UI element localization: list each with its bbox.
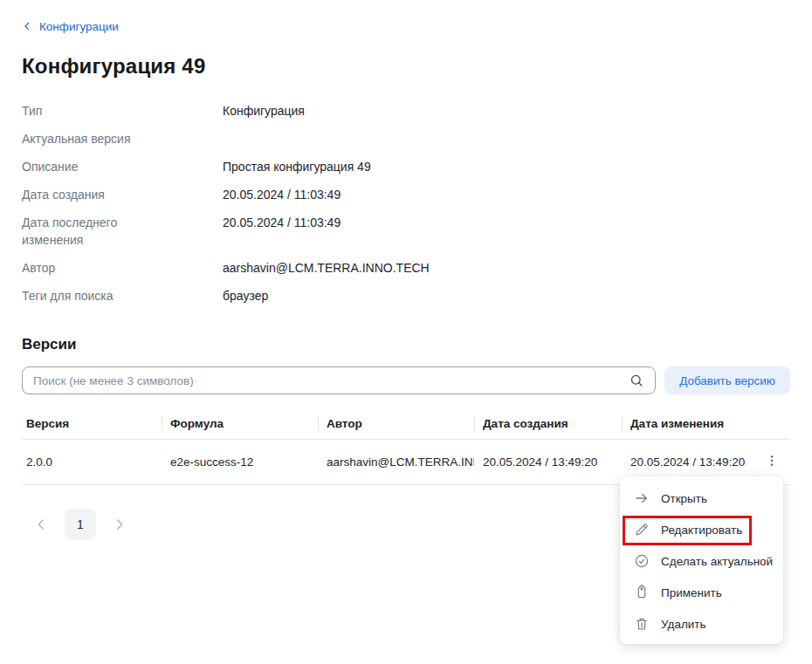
detail-label: Актуальная версия bbox=[22, 130, 166, 147]
kebab-menu-icon[interactable] bbox=[765, 453, 779, 471]
pagination-page-1[interactable]: 1 bbox=[65, 509, 96, 540]
search-icon[interactable] bbox=[629, 373, 644, 392]
detail-label: Теги для поиска bbox=[22, 287, 166, 305]
column-header-author: Автор bbox=[318, 408, 474, 440]
cell-version: 2.0.0 bbox=[22, 440, 162, 485]
tag-icon bbox=[634, 585, 650, 600]
check-circle-icon bbox=[634, 553, 650, 569]
menu-item-label: Открыть bbox=[661, 492, 707, 505]
menu-item-make-actual[interactable]: Сделать актуальной bbox=[620, 545, 783, 577]
configuration-detail-page: Конфигурации Конфигурация 49 Тип Конфигу… bbox=[0, 0, 812, 664]
detail-value: aarshavin@LCM.TERRA.INNO.TECH bbox=[223, 259, 790, 277]
pencil-icon bbox=[634, 522, 650, 537]
detail-value bbox=[223, 130, 790, 147]
menu-item-label: Сделать актуальной bbox=[661, 555, 773, 568]
chevron-left-icon bbox=[22, 21, 32, 31]
menu-item-label: Удалить bbox=[661, 618, 706, 631]
menu-item-apply[interactable]: Применить bbox=[620, 577, 783, 608]
detail-value: 20.05.2024 / 11:03:49 bbox=[223, 214, 790, 249]
table-header-row: Версия Формула Автор Дата создания Дата … bbox=[22, 408, 790, 440]
chevron-right-icon bbox=[111, 516, 128, 533]
details-list: Тип Конфигурация Актуальная версия Описа… bbox=[22, 102, 790, 305]
menu-item-delete[interactable]: Удалить bbox=[620, 608, 783, 640]
versions-heading: Версии bbox=[22, 336, 790, 353]
detail-value: Конфигурация bbox=[223, 102, 790, 120]
versions-table: Версия Формула Автор Дата создания Дата … bbox=[22, 408, 790, 485]
detail-label: Дата создания bbox=[22, 186, 166, 203]
context-menu: Открыть Редактировать Сделать актуальной… bbox=[620, 476, 783, 644]
column-header-created: Дата создания bbox=[474, 408, 622, 440]
back-link-label: Конфигурации bbox=[39, 20, 119, 33]
detail-value: 20.05.2024 / 11:03:49 bbox=[223, 186, 790, 203]
cell-created: 20.05.2024 / 13:49:20 bbox=[474, 440, 622, 485]
detail-value: браузер bbox=[223, 287, 790, 305]
column-header-modified: Дата изменения bbox=[622, 408, 753, 440]
search-box bbox=[22, 366, 656, 394]
menu-item-open[interactable]: Открыть bbox=[620, 483, 783, 514]
cell-author: aarshavin@LCM.TERRA.INNO.TECH bbox=[318, 440, 474, 485]
detail-label: Тип bbox=[22, 102, 166, 120]
detail-value: Простая конфигурация 49 bbox=[223, 158, 790, 175]
search-input[interactable] bbox=[22, 366, 656, 394]
column-header-formula: Формула bbox=[162, 408, 318, 440]
column-header-version: Версия bbox=[22, 408, 162, 440]
trash-icon bbox=[634, 616, 650, 632]
search-row: Добавить версию bbox=[22, 366, 790, 394]
chevron-left-icon bbox=[32, 516, 50, 533]
detail-label: Описание bbox=[22, 158, 166, 175]
pagination-next-button[interactable] bbox=[111, 516, 128, 533]
menu-item-label: Применить bbox=[661, 586, 722, 599]
arrow-right-icon bbox=[634, 490, 650, 506]
cell-formula: e2e-success-12 bbox=[162, 440, 318, 485]
pagination-prev-button[interactable] bbox=[32, 516, 50, 533]
menu-item-edit[interactable]: Редактировать bbox=[620, 514, 783, 545]
menu-item-label: Редактировать bbox=[661, 524, 742, 537]
detail-label: Автор bbox=[22, 259, 166, 277]
back-link[interactable]: Конфигурации bbox=[22, 20, 119, 33]
column-header-actions bbox=[753, 408, 790, 440]
detail-label: Дата последнего изменения bbox=[22, 214, 166, 249]
add-version-button[interactable]: Добавить версию bbox=[664, 366, 790, 394]
page-title: Конфигурация 49 bbox=[22, 54, 790, 79]
